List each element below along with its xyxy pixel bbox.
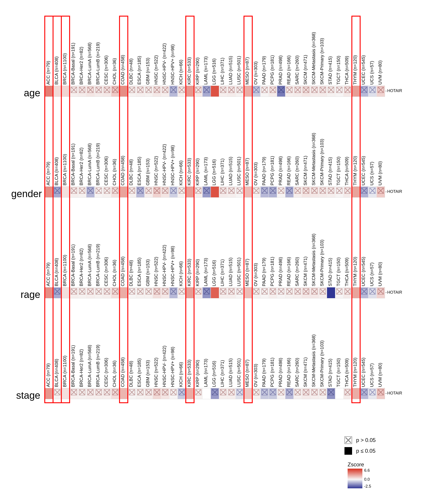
col-label-PAAD: PAAD (n=179) (261, 157, 267, 185)
col-label-BRCA-Basal: BRCA-Basal (n=191) (70, 345, 76, 387)
cell-gender-PCPG (269, 187, 277, 197)
row-label-age: age (11, 87, 40, 99)
cell-gender-CHOL (111, 187, 120, 197)
panel-gender: genderACC (n=79)BLCA (n=408)BRCA (n=1100… (11, 114, 410, 215)
cell-stage-SKCM-Metastasis (311, 388, 319, 399)
cells-strip-gender (45, 186, 385, 198)
col-label-UVM: UVM (n=80) (378, 61, 383, 85)
zscore-legend: Zscore 6.6 0.0 -2.5 (345, 461, 416, 488)
cell-gender-HNSC-HPV+ (169, 187, 178, 197)
col-label-THYM: THYM (n=120) (353, 156, 358, 185)
col-label-STAD: STAD (n=415) (328, 56, 333, 85)
cell-age-SKCM (302, 86, 310, 97)
cell-age-KIRP (194, 86, 203, 97)
cell-rage-ACC (45, 288, 53, 298)
legend-swatch-sig (345, 447, 352, 455)
gene-label: HOTAIR (387, 189, 402, 194)
col-label-GBM: GBM (n=153) (145, 158, 150, 185)
col-label-DLBC: DLBC (n=48) (129, 58, 134, 85)
col-label-UVM: UVM (n=80) (378, 363, 383, 387)
col-label-UCS: UCS (n=57) (369, 363, 374, 387)
cell-gender-KIRC (186, 187, 194, 197)
column-labels: ACC (n=79)BLCA (n=408)BRCA (n=1100)BRCA-… (45, 316, 385, 387)
cell-gender-KIRP (194, 187, 203, 197)
cell-stage-BRCA-LumB (95, 388, 103, 399)
cell-age-HNSC (153, 86, 161, 97)
col-label-LGG: LGG (n=516) (211, 361, 217, 387)
col-label-BRCA-LumB: BRCA-LumB (n=219) (95, 42, 101, 85)
cell-gender-PAAD (260, 187, 269, 197)
cell-age-LIHC (219, 86, 227, 97)
col-label-LIHC: LIHC (n=371) (220, 158, 225, 185)
cell-stage-PRAD (277, 388, 285, 399)
col-label-LUAD: LUAD (n=515) (228, 157, 233, 185)
col-label-TGCT: TGCT (n=150) (336, 157, 341, 185)
cell-rage-CHOL (111, 288, 120, 298)
cell-age-PRAD (277, 86, 285, 97)
cell-stage-MESO (244, 388, 252, 399)
col-label-ACC: ACC (n=79) (46, 162, 51, 185)
cell-age-LGG (211, 86, 219, 97)
col-label-THCA: THCA (n=509) (344, 157, 349, 185)
cell-rage-LAML (203, 288, 211, 298)
cell-stage-KICH (178, 388, 186, 399)
col-label-OV: OV (n=303) (253, 263, 258, 286)
cell-gender-STAD (327, 187, 335, 197)
cell-gender-COAD (120, 187, 128, 197)
col-label-OV: OV (n=303) (253, 61, 258, 85)
gene-label: HOTAIR (387, 290, 402, 295)
cell-rage-UVM (377, 288, 385, 298)
cell-age-BRCA-LumB (95, 86, 103, 97)
col-label-COAD: COAD (n=458) (120, 357, 125, 387)
cell-gender-SKCM (302, 187, 310, 197)
cell-stage-HNSC-HPV- (161, 388, 169, 399)
col-label-BLCA: BLCA (n=408) (54, 157, 59, 185)
col-label-ACC: ACC (n=79) (46, 363, 51, 387)
cell-gender-READ (285, 187, 294, 197)
cell-rage-SKCM (302, 288, 310, 298)
col-label-KIRC: KIRC (n=533) (187, 259, 192, 286)
cell-stage-ACC (45, 388, 53, 399)
cell-rage-CESC (103, 288, 111, 298)
col-label-STAD: STAD (n=415) (328, 258, 333, 286)
cell-gender-LUSC (236, 187, 244, 197)
col-label-LGG: LGG (n=516) (211, 260, 217, 286)
cell-gender-UCEC (360, 187, 368, 197)
cell-stage-DLBC (128, 388, 136, 399)
cells-strip-rage (45, 287, 385, 298)
cell-gender-HNSC (153, 187, 161, 197)
cell-stage-LGG (211, 388, 219, 399)
cell-stage-UCEC (360, 388, 368, 399)
cell-gender-TGCT (335, 187, 344, 197)
col-label-THYM: THYM (n=120) (353, 257, 358, 286)
cell-stage-LAML (203, 388, 211, 399)
col-label-LAML: LAML (n=173) (203, 56, 208, 85)
cell-age-THYM (352, 86, 360, 97)
col-label-HNSC-HPV-: HNSC-HPV- (n=422) (162, 43, 167, 85)
col-label-CESC: CESC (n=306) (104, 358, 109, 387)
zscore-mid: 0.0 (364, 477, 370, 482)
col-label-KICH: KICH (n=66) (178, 160, 183, 185)
cell-rage-LUSC (236, 288, 244, 298)
cell-stage-THCA (344, 388, 352, 399)
col-label-BRCA: BRCA (n=1100) (62, 53, 67, 85)
cell-gender-PRAD (277, 187, 285, 197)
cell-stage-LIHC (219, 388, 227, 399)
cell-age-UCS (368, 86, 377, 97)
legend-p-gt: p > 0.05 (345, 436, 416, 444)
cell-rage-BLCA (53, 288, 61, 298)
cell-rage-GBM (145, 288, 153, 298)
cell-stage-HNSC-HPV+ (169, 388, 178, 399)
cell-rage-PAAD (260, 288, 269, 298)
col-label-OV: OV (n=303) (253, 364, 258, 387)
col-label-HNSC-HPV-: HNSC-HPV- (n=422) (162, 346, 167, 387)
cell-age-HNSC-HPV+ (169, 86, 178, 97)
col-label-ACC: ACC (n=79) (46, 262, 51, 286)
cell-gender-OV (252, 187, 260, 197)
cell-gender-ESCA (136, 187, 145, 197)
col-label-BRCA-Her2: BRCA-Her2 (n=82) (79, 248, 84, 286)
cell-stage-UCS (368, 388, 377, 399)
col-label-BRCA-LumB: BRCA-LumB (n=219) (95, 344, 101, 387)
gene-tick (385, 293, 387, 293)
col-label-CESC: CESC (n=306) (104, 257, 109, 286)
